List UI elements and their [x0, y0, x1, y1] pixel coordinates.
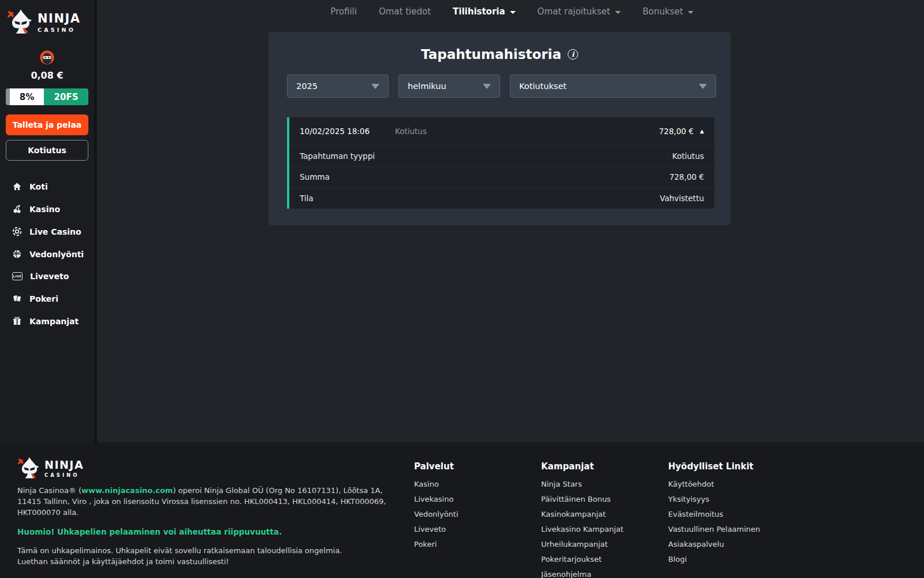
- sidebar-item-koti[interactable]: Koti: [0, 175, 94, 198]
- balance-amount: 0,08 €: [0, 70, 94, 81]
- disclaimer-line2: Luethan säännöt ja käyttäjäehdot ja toim…: [17, 557, 229, 566]
- info-icon[interactable]: i: [568, 49, 578, 60]
- transaction-type-short: Kotiutus: [395, 127, 427, 136]
- deposit-button[interactable]: Talleta ja pelaa: [6, 114, 88, 135]
- progress-percent: 8%: [10, 88, 44, 105]
- sidebar-item-label: Liveveto: [30, 272, 69, 281]
- tab-omat-tiedot[interactable]: Omat tiedot: [379, 6, 431, 17]
- month-dropdown-value: helmikuu: [408, 81, 446, 91]
- footer-column-title: Palvelut: [414, 461, 535, 472]
- tab-label: Bonukset: [643, 6, 683, 17]
- type-dropdown[interactable]: Kotiutukset: [510, 75, 716, 98]
- home-icon: [12, 181, 22, 191]
- footer-link[interactable]: Kasino: [414, 479, 535, 489]
- footer-link[interactable]: Päivittäinen Bonus: [541, 494, 662, 504]
- footer: NINJA CASINO Ninja Casinoa® (www.ninjaca…: [0, 442, 924, 578]
- footer-link[interactable]: Jäsenohjelma: [541, 569, 662, 578]
- row-label: Tila: [300, 194, 314, 203]
- filter-row: 2025 helmikuu Kotiutukset: [287, 75, 716, 98]
- footer-brand-logo[interactable]: NINJA CASINO: [17, 456, 401, 480]
- footer-link[interactable]: Käyttöehdot: [668, 479, 789, 489]
- playing-cards-icon: [12, 294, 22, 303]
- cherries-icon: [12, 204, 22, 214]
- tab-tilihistoria[interactable]: Tilihistoria: [453, 6, 516, 17]
- sidebar-item-kasino[interactable]: Kasino: [0, 198, 94, 220]
- chevron-down-icon: [688, 11, 694, 14]
- progress-freespins: 20FS: [44, 88, 88, 105]
- year-dropdown[interactable]: 2025: [287, 75, 389, 98]
- chevron-down-icon: [510, 11, 516, 14]
- brand-name-bottom: CASINO: [44, 472, 84, 478]
- footer-link[interactable]: Evästeilmoitus: [668, 509, 789, 519]
- footer-column-title: Hyödylliset Linkit: [668, 461, 789, 472]
- live-badge-icon: LIVE: [12, 272, 23, 280]
- footer-link[interactable]: Livekasino Kampanjat: [541, 524, 662, 534]
- disclaimer-line1: Tämä on uhkapelimainos. Uhkapelit eivät …: [17, 546, 342, 555]
- chevron-down-icon: [483, 84, 491, 89]
- footer-link[interactable]: Vedonlyönti: [414, 509, 535, 519]
- footer-link[interactable]: Liveveto: [414, 524, 535, 534]
- row-value: Kotiutus: [672, 151, 704, 161]
- license-text: Ninja Casinoa® (www.ninjacasino.com) ope…: [17, 486, 401, 518]
- sidebar-item-label: Koti: [29, 182, 48, 191]
- footer-column-kampanjat: Kampanjat Ninja Stars Päivittäinen Bonus…: [541, 461, 662, 578]
- sidebar-item-label: Live Casino: [29, 227, 81, 236]
- tab-label: Omat rajoitukset: [538, 6, 610, 17]
- footer-link[interactable]: Blogi: [668, 554, 789, 564]
- account-top-nav: Profiili Omat tiedot Tilihistoria Omat r…: [100, 0, 924, 17]
- tab-profiili[interactable]: Profiili: [330, 6, 357, 17]
- withdraw-button[interactable]: Kotiutus: [6, 140, 88, 161]
- sidebar-item-kampanjat[interactable]: Kampanjat: [0, 310, 94, 332]
- ninja-spade-logo-icon: [17, 456, 42, 480]
- footer-link[interactable]: Yksityisyys: [668, 494, 789, 504]
- footer-link[interactable]: Asiakaspalvelu: [668, 539, 789, 549]
- transaction-header[interactable]: 10/02/2025 18:06 Kotiutus 728,00 € ▲: [289, 117, 714, 145]
- month-dropdown[interactable]: helmikuu: [398, 75, 500, 98]
- sidebar-item-vedonlyonti[interactable]: Vedonlyönti: [0, 243, 94, 265]
- tab-label: Tilihistoria: [453, 6, 505, 17]
- transaction-card: 10/02/2025 18:06 Kotiutus 728,00 € ▲ Tap…: [287, 117, 714, 209]
- year-dropdown-value: 2025: [296, 81, 318, 91]
- footer-link[interactable]: Pokeritarjoukset: [541, 554, 662, 564]
- ninja-spade-logo-icon: [7, 8, 35, 36]
- brand-name-top: NINJA: [38, 12, 81, 25]
- ninjacasino-link[interactable]: www.ninjacasino.com: [81, 486, 173, 495]
- brand-logo[interactable]: NINJA CASINO: [0, 0, 94, 42]
- tab-label: Profiili: [330, 6, 357, 17]
- footer-column-palvelut: Palvelut Kasino Livekasino Vedonlyönti L…: [414, 461, 535, 554]
- bonus-progress-bar[interactable]: 8% 20FS: [6, 88, 88, 105]
- sidebar-item-pokeri[interactable]: Pokeri: [0, 287, 94, 310]
- footer-link[interactable]: Kasinokampanjat: [541, 509, 662, 519]
- balance-display[interactable]: 0,08 €: [0, 50, 94, 81]
- tab-label: Omat tiedot: [379, 6, 431, 17]
- row-label: Summa: [300, 172, 330, 181]
- transaction-row-type: Tapahtuman tyyppi Kotiutus: [289, 145, 714, 166]
- footer-column-hyodylliset-linkit: Hyödylliset Linkit Käyttöehdot Yksityisy…: [668, 461, 789, 569]
- footer-link[interactable]: Pokeri: [414, 539, 535, 549]
- progress-track: [6, 88, 10, 105]
- brand-name-top: NINJA: [44, 458, 84, 471]
- disclaimer-text: Tämä on uhkapelimainos. Uhkapelit eivät …: [17, 545, 401, 568]
- transaction-row-sum: Summa 728,00 €: [289, 166, 714, 188]
- chevron-down-icon: [371, 84, 379, 89]
- sidebar-item-label: Kasino: [29, 205, 60, 214]
- license-text-pre: Ninja Casinoa® (: [17, 486, 81, 495]
- chevron-up-icon[interactable]: ▲: [700, 128, 704, 134]
- footer-legal-block: NINJA CASINO Ninja Casinoa® (www.ninjaca…: [17, 456, 401, 568]
- footer-link[interactable]: Urheilukampanjat: [541, 539, 662, 549]
- ninja-coin-icon: [39, 50, 55, 65]
- tab-omat-rajoitukset[interactable]: Omat rajoitukset: [538, 6, 621, 17]
- footer-link[interactable]: Vastuullinen Pelaaminen: [668, 524, 789, 534]
- sidebar-item-liveveto[interactable]: LIVE Liveveto: [0, 265, 94, 287]
- gift-icon: [12, 316, 22, 326]
- row-value: 728,00 €: [669, 172, 704, 181]
- page-title: Tapahtumahistoria: [421, 47, 561, 62]
- brand-wordmark: NINJA CASINO: [38, 12, 81, 33]
- sidebar-item-label: Kampanjat: [29, 317, 79, 326]
- footer-column-title: Kampanjat: [541, 461, 662, 472]
- brand-name-bottom: CASINO: [38, 27, 81, 33]
- footer-link[interactable]: Livekasino: [414, 494, 535, 504]
- sidebar-item-live-casino[interactable]: Live Casino: [0, 220, 94, 243]
- footer-link[interactable]: Ninja Stars: [541, 479, 662, 489]
- tab-bonukset[interactable]: Bonukset: [643, 6, 694, 17]
